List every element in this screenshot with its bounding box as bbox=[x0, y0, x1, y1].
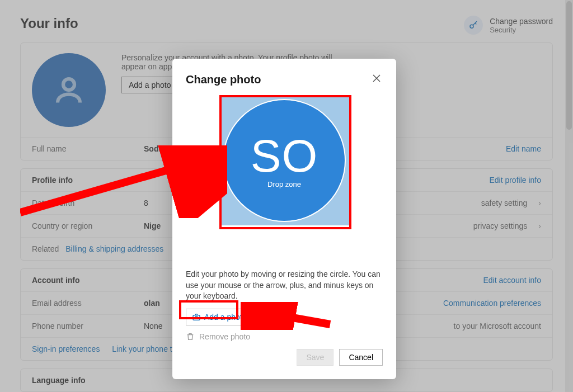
add-a-photo-label: Add a photo bbox=[204, 313, 247, 322]
save-button: Save bbox=[297, 349, 334, 366]
change-photo-modal: Change photo SO Drop zone Edit your phot… bbox=[172, 59, 396, 379]
avatar-initials-circle: SO Drop zone bbox=[223, 99, 346, 222]
remove-photo-label: Remove photo bbox=[199, 332, 250, 341]
remove-photo-button: Remove photo bbox=[186, 332, 383, 341]
svg-rect-2 bbox=[193, 315, 200, 320]
cancel-button[interactable]: Cancel bbox=[339, 349, 383, 366]
trash-icon bbox=[186, 332, 195, 341]
photo-drop-zone[interactable]: SO Drop zone bbox=[219, 96, 349, 225]
close-icon[interactable] bbox=[370, 72, 383, 87]
drop-zone-label: Drop zone bbox=[267, 180, 301, 188]
avatar-initials: SO bbox=[251, 133, 318, 179]
camera-plus-icon bbox=[192, 313, 201, 322]
modal-help-text: Edit your photo by moving or resizing th… bbox=[186, 269, 383, 302]
add-a-photo-button[interactable]: Add a photo bbox=[186, 309, 253, 325]
svg-point-3 bbox=[195, 316, 198, 318]
modal-title: Change photo bbox=[186, 73, 261, 86]
